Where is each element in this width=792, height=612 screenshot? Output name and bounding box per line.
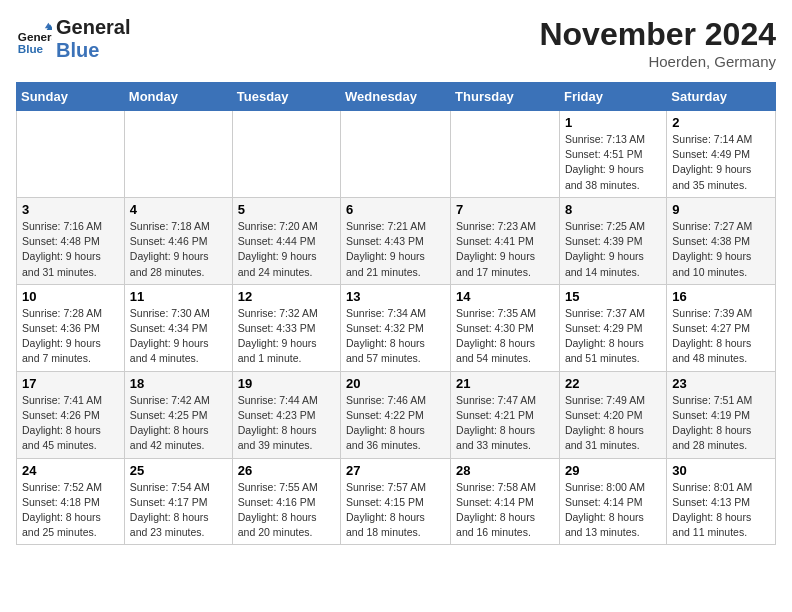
day-info: Sunrise: 7:14 AM Sunset: 4:49 PM Dayligh… <box>672 132 770 193</box>
calendar-cell: 9Sunrise: 7:27 AM Sunset: 4:38 PM Daylig… <box>667 197 776 284</box>
weekday-header-thursday: Thursday <box>451 83 560 111</box>
calendar-cell: 3Sunrise: 7:16 AM Sunset: 4:48 PM Daylig… <box>17 197 125 284</box>
day-info: Sunrise: 7:51 AM Sunset: 4:19 PM Dayligh… <box>672 393 770 454</box>
day-number: 22 <box>565 376 661 391</box>
calendar-cell: 19Sunrise: 7:44 AM Sunset: 4:23 PM Dayli… <box>232 371 340 458</box>
day-number: 7 <box>456 202 554 217</box>
day-info: Sunrise: 7:52 AM Sunset: 4:18 PM Dayligh… <box>22 480 119 541</box>
calendar-cell: 26Sunrise: 7:55 AM Sunset: 4:16 PM Dayli… <box>232 458 340 545</box>
calendar-cell: 25Sunrise: 7:54 AM Sunset: 4:17 PM Dayli… <box>124 458 232 545</box>
day-number: 12 <box>238 289 335 304</box>
day-info: Sunrise: 7:41 AM Sunset: 4:26 PM Dayligh… <box>22 393 119 454</box>
weekday-header-saturday: Saturday <box>667 83 776 111</box>
day-info: Sunrise: 7:35 AM Sunset: 4:30 PM Dayligh… <box>456 306 554 367</box>
weekday-header-wednesday: Wednesday <box>341 83 451 111</box>
day-number: 23 <box>672 376 770 391</box>
day-number: 24 <box>22 463 119 478</box>
day-info: Sunrise: 7:13 AM Sunset: 4:51 PM Dayligh… <box>565 132 661 193</box>
week-row-4: 17Sunrise: 7:41 AM Sunset: 4:26 PM Dayli… <box>17 371 776 458</box>
calendar-cell: 21Sunrise: 7:47 AM Sunset: 4:21 PM Dayli… <box>451 371 560 458</box>
day-number: 30 <box>672 463 770 478</box>
day-info: Sunrise: 8:00 AM Sunset: 4:14 PM Dayligh… <box>565 480 661 541</box>
day-info: Sunrise: 7:34 AM Sunset: 4:32 PM Dayligh… <box>346 306 445 367</box>
day-number: 29 <box>565 463 661 478</box>
calendar-cell <box>17 111 125 198</box>
calendar-cell: 12Sunrise: 7:32 AM Sunset: 4:33 PM Dayli… <box>232 284 340 371</box>
day-number: 6 <box>346 202 445 217</box>
day-info: Sunrise: 7:44 AM Sunset: 4:23 PM Dayligh… <box>238 393 335 454</box>
calendar-cell: 2Sunrise: 7:14 AM Sunset: 4:49 PM Daylig… <box>667 111 776 198</box>
calendar-cell: 18Sunrise: 7:42 AM Sunset: 4:25 PM Dayli… <box>124 371 232 458</box>
day-number: 19 <box>238 376 335 391</box>
day-number: 20 <box>346 376 445 391</box>
calendar-cell: 5Sunrise: 7:20 AM Sunset: 4:44 PM Daylig… <box>232 197 340 284</box>
day-info: Sunrise: 7:21 AM Sunset: 4:43 PM Dayligh… <box>346 219 445 280</box>
day-info: Sunrise: 7:27 AM Sunset: 4:38 PM Dayligh… <box>672 219 770 280</box>
calendar-header: SundayMondayTuesdayWednesdayThursdayFrid… <box>17 83 776 111</box>
calendar-cell: 24Sunrise: 7:52 AM Sunset: 4:18 PM Dayli… <box>17 458 125 545</box>
calendar-cell: 13Sunrise: 7:34 AM Sunset: 4:32 PM Dayli… <box>341 284 451 371</box>
day-number: 9 <box>672 202 770 217</box>
week-row-2: 3Sunrise: 7:16 AM Sunset: 4:48 PM Daylig… <box>17 197 776 284</box>
day-number: 11 <box>130 289 227 304</box>
location: Hoerden, Germany <box>539 53 776 70</box>
calendar-body: 1Sunrise: 7:13 AM Sunset: 4:51 PM Daylig… <box>17 111 776 545</box>
calendar-cell <box>124 111 232 198</box>
calendar-cell: 11Sunrise: 7:30 AM Sunset: 4:34 PM Dayli… <box>124 284 232 371</box>
day-info: Sunrise: 7:58 AM Sunset: 4:14 PM Dayligh… <box>456 480 554 541</box>
day-info: Sunrise: 7:54 AM Sunset: 4:17 PM Dayligh… <box>130 480 227 541</box>
day-number: 10 <box>22 289 119 304</box>
logo-icon: General Blue <box>16 21 52 57</box>
calendar-cell: 7Sunrise: 7:23 AM Sunset: 4:41 PM Daylig… <box>451 197 560 284</box>
calendar-cell <box>341 111 451 198</box>
weekday-header-monday: Monday <box>124 83 232 111</box>
calendar-cell: 8Sunrise: 7:25 AM Sunset: 4:39 PM Daylig… <box>559 197 666 284</box>
day-info: Sunrise: 7:16 AM Sunset: 4:48 PM Dayligh… <box>22 219 119 280</box>
calendar-cell <box>232 111 340 198</box>
day-info: Sunrise: 7:47 AM Sunset: 4:21 PM Dayligh… <box>456 393 554 454</box>
week-row-1: 1Sunrise: 7:13 AM Sunset: 4:51 PM Daylig… <box>17 111 776 198</box>
calendar-cell: 22Sunrise: 7:49 AM Sunset: 4:20 PM Dayli… <box>559 371 666 458</box>
calendar-cell: 17Sunrise: 7:41 AM Sunset: 4:26 PM Dayli… <box>17 371 125 458</box>
calendar-cell: 23Sunrise: 7:51 AM Sunset: 4:19 PM Dayli… <box>667 371 776 458</box>
day-number: 2 <box>672 115 770 130</box>
day-number: 27 <box>346 463 445 478</box>
day-number: 1 <box>565 115 661 130</box>
day-info: Sunrise: 7:46 AM Sunset: 4:22 PM Dayligh… <box>346 393 445 454</box>
weekday-row: SundayMondayTuesdayWednesdayThursdayFrid… <box>17 83 776 111</box>
day-info: Sunrise: 7:30 AM Sunset: 4:34 PM Dayligh… <box>130 306 227 367</box>
day-info: Sunrise: 8:01 AM Sunset: 4:13 PM Dayligh… <box>672 480 770 541</box>
calendar-cell: 6Sunrise: 7:21 AM Sunset: 4:43 PM Daylig… <box>341 197 451 284</box>
day-number: 3 <box>22 202 119 217</box>
day-info: Sunrise: 7:49 AM Sunset: 4:20 PM Dayligh… <box>565 393 661 454</box>
day-info: Sunrise: 7:55 AM Sunset: 4:16 PM Dayligh… <box>238 480 335 541</box>
day-number: 26 <box>238 463 335 478</box>
day-number: 15 <box>565 289 661 304</box>
week-row-3: 10Sunrise: 7:28 AM Sunset: 4:36 PM Dayli… <box>17 284 776 371</box>
calendar-cell: 4Sunrise: 7:18 AM Sunset: 4:46 PM Daylig… <box>124 197 232 284</box>
day-number: 17 <box>22 376 119 391</box>
day-info: Sunrise: 7:39 AM Sunset: 4:27 PM Dayligh… <box>672 306 770 367</box>
day-number: 25 <box>130 463 227 478</box>
svg-text:Blue: Blue <box>18 42 44 55</box>
day-number: 28 <box>456 463 554 478</box>
day-number: 13 <box>346 289 445 304</box>
day-number: 8 <box>565 202 661 217</box>
day-info: Sunrise: 7:32 AM Sunset: 4:33 PM Dayligh… <box>238 306 335 367</box>
day-info: Sunrise: 7:23 AM Sunset: 4:41 PM Dayligh… <box>456 219 554 280</box>
month-title: November 2024 <box>539 16 776 53</box>
logo-blue: Blue <box>56 39 130 62</box>
day-number: 16 <box>672 289 770 304</box>
weekday-header-tuesday: Tuesday <box>232 83 340 111</box>
calendar-cell: 30Sunrise: 8:01 AM Sunset: 4:13 PM Dayli… <box>667 458 776 545</box>
calendar-cell: 20Sunrise: 7:46 AM Sunset: 4:22 PM Dayli… <box>341 371 451 458</box>
calendar-cell: 16Sunrise: 7:39 AM Sunset: 4:27 PM Dayli… <box>667 284 776 371</box>
day-info: Sunrise: 7:25 AM Sunset: 4:39 PM Dayligh… <box>565 219 661 280</box>
day-info: Sunrise: 7:37 AM Sunset: 4:29 PM Dayligh… <box>565 306 661 367</box>
calendar-table: SundayMondayTuesdayWednesdayThursdayFrid… <box>16 82 776 545</box>
day-number: 14 <box>456 289 554 304</box>
day-info: Sunrise: 7:18 AM Sunset: 4:46 PM Dayligh… <box>130 219 227 280</box>
day-number: 18 <box>130 376 227 391</box>
calendar-cell: 10Sunrise: 7:28 AM Sunset: 4:36 PM Dayli… <box>17 284 125 371</box>
day-info: Sunrise: 7:28 AM Sunset: 4:36 PM Dayligh… <box>22 306 119 367</box>
